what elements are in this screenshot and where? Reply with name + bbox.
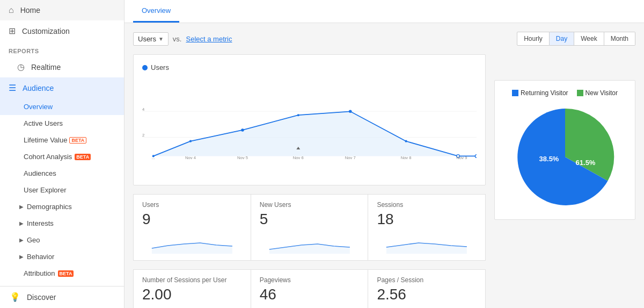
svg-text:Nov 8: Nov 8 xyxy=(401,155,412,160)
svg-point-12 xyxy=(475,155,477,158)
svg-text:Nov 4: Nov 4 xyxy=(185,155,196,160)
metric-sessions-label: Sessions xyxy=(377,201,477,209)
audience-label: Audience xyxy=(23,84,54,92)
sidebar-item-audience[interactable]: ☰ Audience xyxy=(0,77,124,98)
sidebar-item-behavior[interactable]: ▶ Behavior xyxy=(0,248,124,265)
main-content: Overview Users ▼ vs. Select a metric Hou… xyxy=(125,0,644,308)
svg-text:Nov 5: Nov 5 xyxy=(237,155,248,160)
user-explorer-label: User Explorer xyxy=(24,186,66,194)
metric-new-users-sparkline xyxy=(260,232,360,254)
metric-dropdown[interactable]: Users ▼ xyxy=(133,32,169,46)
svg-point-6 xyxy=(189,140,192,142)
pie-chart-svg: 38.5% 61.5% xyxy=(511,103,619,211)
pie-legend: Returning Visitor New Visitor xyxy=(512,89,618,97)
metrics-row-2: Number of Sessions per User 2.00 Pagevie… xyxy=(133,269,486,308)
week-button[interactable]: Week xyxy=(574,32,604,46)
overview-label: Overview xyxy=(24,103,53,111)
day-button[interactable]: Day xyxy=(550,32,574,46)
controls-row: Users ▼ vs. Select a metric Hourly Day W… xyxy=(133,32,635,46)
sidebar-item-realtime[interactable]: ◷ Realtime xyxy=(0,56,124,77)
svg-text:Nov 6: Nov 6 xyxy=(293,155,304,160)
returning-visitor-color xyxy=(512,90,518,96)
hourly-button[interactable]: Hourly xyxy=(517,32,550,46)
vs-label: vs. xyxy=(173,35,182,43)
metric-card-pages-per-session: Pages / Session 2.56 xyxy=(368,269,486,308)
metric-card-sessions-per-user: Number of Sessions per User 2.00 xyxy=(133,269,251,308)
metrics-row-1: Users 9 New Users 5 Sessio xyxy=(133,194,486,261)
svg-text:38.5%: 38.5% xyxy=(539,155,559,163)
lifetime-value-beta: BETA xyxy=(69,137,86,144)
metric-sessions-value: 18 xyxy=(377,211,477,228)
svg-point-10 xyxy=(405,140,407,142)
geo-chevron-icon: ▶ xyxy=(19,237,24,243)
content-area: Users ▼ vs. Select a metric Hourly Day W… xyxy=(125,23,644,308)
metric-pageviews-label: Pageviews xyxy=(260,276,360,284)
metric-card-users: Users 9 xyxy=(133,194,251,261)
interests-label: Interests xyxy=(27,219,54,227)
discover-label: Discover xyxy=(27,293,56,302)
metric-users-sparkline xyxy=(142,232,242,254)
tab-overview[interactable]: Overview xyxy=(133,0,179,23)
sidebar-item-overview[interactable]: Overview xyxy=(0,98,124,115)
new-visitor-color xyxy=(577,90,583,96)
metric-card-new-users: New Users 5 xyxy=(251,194,369,261)
svg-marker-4 xyxy=(153,111,477,156)
returning-visitor-legend: Returning Visitor xyxy=(512,89,568,97)
sidebar-item-discover[interactable]: 💡 Discover xyxy=(0,286,124,307)
behavior-label: Behavior xyxy=(27,253,54,261)
metric-card-pageviews: Pageviews 46 xyxy=(251,269,369,308)
dropdown-arrow-icon: ▼ xyxy=(158,36,164,42)
time-range-buttons: Hourly Day Week Month xyxy=(517,32,635,46)
metric-pageviews-value: 46 xyxy=(260,286,360,303)
new-visitor-legend: New Visitor xyxy=(577,89,618,97)
metric-dropdown-value: Users xyxy=(138,35,156,43)
sidebar-item-geo[interactable]: ▶ Geo xyxy=(0,232,124,248)
svg-text:...: ... xyxy=(152,155,155,160)
svg-marker-21 xyxy=(152,243,232,254)
sidebar-item-home[interactable]: ⌂ Home xyxy=(0,0,124,20)
metric-sessions-sparkline xyxy=(377,232,477,254)
sidebar-item-user-explorer[interactable]: User Explorer xyxy=(0,182,124,198)
home-icon: ⌂ xyxy=(9,5,14,15)
chart-legend-label: Users xyxy=(151,63,169,71)
sidebar-item-lifetime-value[interactable]: Lifetime Value BETA xyxy=(0,132,124,148)
cohort-analysis-label: Cohort Analysis xyxy=(24,153,72,161)
metric-new-users-label: New Users xyxy=(260,201,360,209)
select-metric-link[interactable]: Select a metric xyxy=(186,35,232,43)
cohort-analysis-beta: BETA xyxy=(75,154,91,160)
attribution-beta: BETA xyxy=(58,270,74,277)
svg-marker-23 xyxy=(386,243,467,254)
svg-text:2: 2 xyxy=(142,133,144,138)
line-chart-svg: 4 2 xyxy=(142,78,477,175)
demographics-label: Demographics xyxy=(27,203,72,211)
lifetime-value-label: Lifetime Value xyxy=(24,136,67,144)
svg-text:61.5%: 61.5% xyxy=(575,159,595,167)
attribution-label: Attribution xyxy=(24,269,55,277)
customization-label: Customization xyxy=(22,27,70,35)
chart-legend: Users xyxy=(142,63,477,71)
sidebar-item-cohort-analysis[interactable]: Cohort Analysis BETA xyxy=(0,148,124,165)
active-users-label: Active Users xyxy=(24,119,63,127)
sidebar-item-demographics[interactable]: ▶ Demographics xyxy=(0,198,124,215)
metric-sessions-per-user-label: Number of Sessions per User xyxy=(142,276,242,284)
metric-new-users-value: 5 xyxy=(260,211,360,228)
sidebar-item-customization[interactable]: ⊞ Customization xyxy=(0,20,124,41)
svg-text:Nov 9: Nov 9 xyxy=(457,155,467,160)
chart-svg-wrapper: 4 2 xyxy=(142,78,477,176)
sidebar-item-audiences[interactable]: Audiences xyxy=(0,165,124,182)
svg-point-9 xyxy=(349,110,352,113)
pie-chart-section: Returning Visitor New Visitor xyxy=(494,80,635,220)
realtime-icon: ◷ xyxy=(17,62,25,72)
svg-point-8 xyxy=(297,114,299,116)
audience-icon: ☰ xyxy=(9,83,16,93)
new-visitor-label: New Visitor xyxy=(586,89,618,97)
tab-bar: Overview xyxy=(125,0,644,23)
sidebar-item-active-users[interactable]: Active Users xyxy=(0,115,124,132)
svg-marker-22 xyxy=(269,244,350,254)
sidebar-item-attribution[interactable]: Attribution BETA xyxy=(0,265,124,282)
svg-point-7 xyxy=(241,128,244,132)
discover-icon: 💡 xyxy=(10,292,20,302)
month-button[interactable]: Month xyxy=(604,32,635,46)
customization-icon: ⊞ xyxy=(9,26,16,36)
sidebar-item-interests[interactable]: ▶ Interests xyxy=(0,215,124,232)
